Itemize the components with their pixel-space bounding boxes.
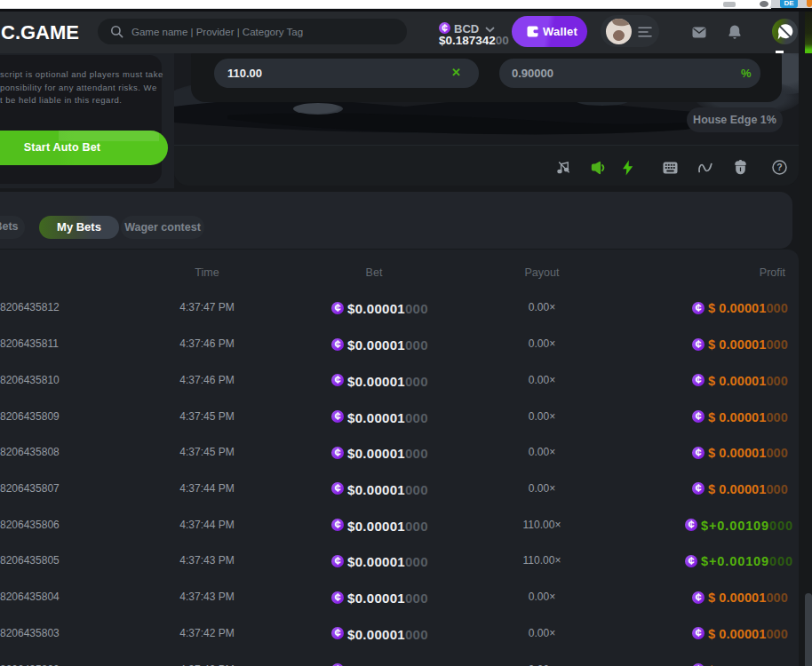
- svg-text:¢: ¢: [695, 302, 701, 314]
- svg-text:¢: ¢: [334, 338, 340, 351]
- svg-text:¢: ¢: [334, 447, 340, 459]
- svg-text:?: ?: [776, 162, 782, 172]
- svg-text:¢: ¢: [334, 627, 340, 639]
- svg-text:¢: ¢: [442, 22, 448, 34]
- svg-text:¢: ¢: [695, 627, 701, 639]
- svg-text:¢: ¢: [334, 519, 340, 531]
- svg-text:¢: ¢: [688, 519, 694, 531]
- svg-text:¢: ¢: [695, 410, 701, 423]
- svg-text:¢: ¢: [334, 374, 340, 386]
- svg-text:¢: ¢: [695, 374, 701, 386]
- svg-text:¢: ¢: [334, 591, 340, 604]
- svg-text:¢: ¢: [334, 410, 340, 423]
- svg-text:¢: ¢: [334, 555, 340, 567]
- svg-text:¢: ¢: [334, 302, 340, 314]
- svg-text:¢: ¢: [695, 591, 701, 604]
- svg-text:¢: ¢: [695, 482, 701, 495]
- svg-text:¢: ¢: [695, 447, 701, 459]
- svg-text:¢: ¢: [688, 555, 694, 567]
- svg-text:¢: ¢: [695, 338, 701, 351]
- svg-text:¢: ¢: [334, 482, 340, 495]
